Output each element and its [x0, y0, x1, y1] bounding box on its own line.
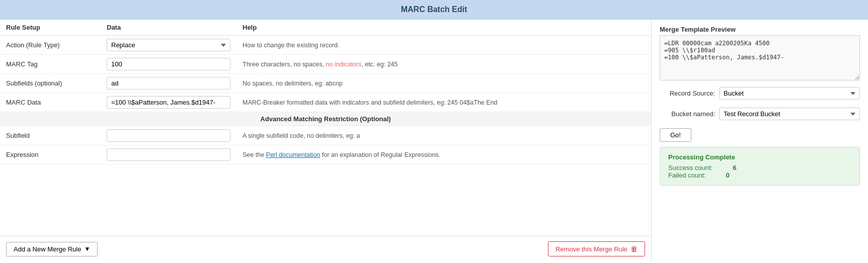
col-data: Data: [101, 20, 236, 36]
add-merge-rule-button[interactable]: Add a New Merge Rule ▼: [6, 242, 98, 256]
failed-row: Failed count:: [668, 171, 705, 179]
right-panel: Merge Template Preview =LDR 00000cam a22…: [652, 20, 868, 261]
template-preview-section: Merge Template Preview =LDR 00000cam a22…: [660, 26, 860, 82]
failed-value: 0: [726, 171, 729, 179]
bucket-select-wrap: Test Record Bucket: [719, 108, 860, 120]
help-text-expression: See the Perl documentation for an explan…: [243, 151, 440, 158]
remove-button-label: Remove this Merge Rule: [556, 245, 627, 253]
failed-counts: Failed count: 0: [668, 171, 851, 179]
go-button-label: Go!: [670, 131, 681, 139]
expression-input[interactable]: [107, 148, 230, 161]
left-panel: Rule Setup Data Help Action (Rule Type) …: [0, 20, 652, 261]
bucket-named-label: Bucket named:: [660, 110, 715, 118]
success-value: 6: [733, 164, 736, 171]
header-title: MARC Batch Edit: [401, 5, 467, 14]
table-row: Expression See the Perl documentation fo…: [0, 145, 651, 164]
template-preview-area[interactable]: =LDR 00000cam a2200205Ka 4500 =905 \\$r1…: [660, 35, 860, 80]
bucket-named-row: Bucket named: Test Record Bucket: [660, 108, 860, 120]
remove-merge-rule-button[interactable]: Remove this Merge Rule 🗑: [548, 241, 645, 256]
record-source-select[interactable]: Bucket Z39.50 Import: [719, 87, 860, 100]
record-source-select-wrap: Bucket Z39.50 Import: [719, 87, 860, 100]
row-data-expression: [101, 145, 236, 164]
table-row: Subfields (optional) No spaces, no delim…: [0, 74, 651, 93]
row-help-marc-tag: Three characters, no spaces, no indicato…: [236, 55, 651, 74]
action-select-wrapper: Replace Add Delete: [107, 39, 230, 51]
advanced-title: Advanced Matching Restriction (Optional): [260, 115, 390, 123]
down-arrow-icon: ▼: [84, 245, 90, 252]
row-label-marc-data: MARC Data: [0, 93, 101, 112]
advanced-section-header: Advanced Matching Restriction (Optional): [0, 112, 651, 126]
processing-title: Processing Complete: [668, 153, 851, 161]
subfield-adv-input[interactable]: [107, 129, 230, 142]
success-row: Success count:: [668, 164, 713, 171]
add-button-label: Add a New Merge Rule: [14, 245, 81, 253]
record-source-row: Record Source: Bucket Z39.50 Import: [660, 87, 860, 100]
row-help-subfield-adv: A single subfield code, no delimiters, e…: [236, 126, 651, 145]
footer-bar: Add a New Merge Rule ▼ Remove this Merge…: [0, 236, 651, 261]
success-value-cell: 6: [733, 164, 736, 171]
help-text-marc-tag: Three characters, no spaces, no indicato…: [243, 61, 398, 68]
go-button[interactable]: Go!: [660, 128, 691, 142]
subfields-input[interactable]: [107, 77, 230, 90]
row-label-subfields: Subfields (optional): [0, 74, 101, 93]
help-suffix: for an explanation of Regular Expression…: [320, 151, 440, 158]
row-label-expression: Expression: [0, 145, 101, 164]
perl-doc-link[interactable]: Perl documentation: [266, 151, 321, 158]
row-help-subfields: No spaces, no delimiters, eg: abcnp: [236, 74, 651, 93]
rule-table: Rule Setup Data Help Action (Rule Type) …: [0, 20, 651, 236]
row-label-subfield-adv: Subfield: [0, 126, 101, 145]
row-help-expression: See the Perl documentation for an explan…: [236, 145, 651, 164]
go-button-wrapper: Go!: [660, 128, 860, 142]
col-rule-setup: Rule Setup: [0, 20, 101, 36]
help-text-subfield-adv: A single subfield code, no delimiters, e…: [243, 132, 360, 139]
table-row: Action (Rule Type) Replace Add Delete: [0, 36, 651, 55]
table-row: MARC Tag Three characters, no spaces, no…: [0, 55, 651, 74]
row-label-marc-tag: MARC Tag: [0, 55, 101, 74]
row-data-subfield-adv: [101, 126, 236, 145]
row-help-marc-data: MARC-Breaker formatted data with indicat…: [236, 93, 651, 112]
trash-icon: 🗑: [630, 245, 638, 253]
success-label: Success count:: [668, 164, 713, 171]
help-text-subfields: No spaces, no delimiters, eg: abcnp: [243, 80, 343, 87]
template-preview-title: Merge Template Preview: [660, 26, 860, 33]
row-data-marc-tag: [101, 55, 236, 74]
col-help: Help: [236, 20, 651, 36]
record-source-label: Record Source:: [660, 90, 715, 97]
row-data-marc-data: [101, 93, 236, 112]
action-select[interactable]: Replace Add Delete: [107, 39, 230, 51]
processing-box: Processing Complete Success count: 6 Fai…: [660, 147, 860, 186]
row-help-action: How to change the existing record.: [236, 36, 651, 55]
marc-data-input[interactable]: [107, 96, 230, 109]
processing-counts: Success count: 6: [668, 164, 851, 171]
failed-label: Failed count:: [668, 171, 705, 179]
header: MARC Batch Edit: [0, 0, 868, 20]
marc-tag-input[interactable]: [107, 58, 230, 70]
help-prefix: See the: [243, 151, 266, 158]
failed-value-cell: 0: [726, 171, 729, 179]
row-data-action: Replace Add Delete: [101, 36, 236, 55]
help-text-action: How to change the existing record.: [243, 42, 339, 49]
bucket-named-select[interactable]: Test Record Bucket: [719, 108, 860, 120]
row-label-action: Action (Rule Type): [0, 36, 101, 55]
table-row: MARC Data MARC-Breaker formatted data wi…: [0, 93, 651, 112]
row-data-subfields: [101, 74, 236, 93]
table-row: Subfield A single subfield code, no deli…: [0, 126, 651, 145]
help-text-marc-data: MARC-Breaker formatted data with indicat…: [243, 99, 498, 106]
